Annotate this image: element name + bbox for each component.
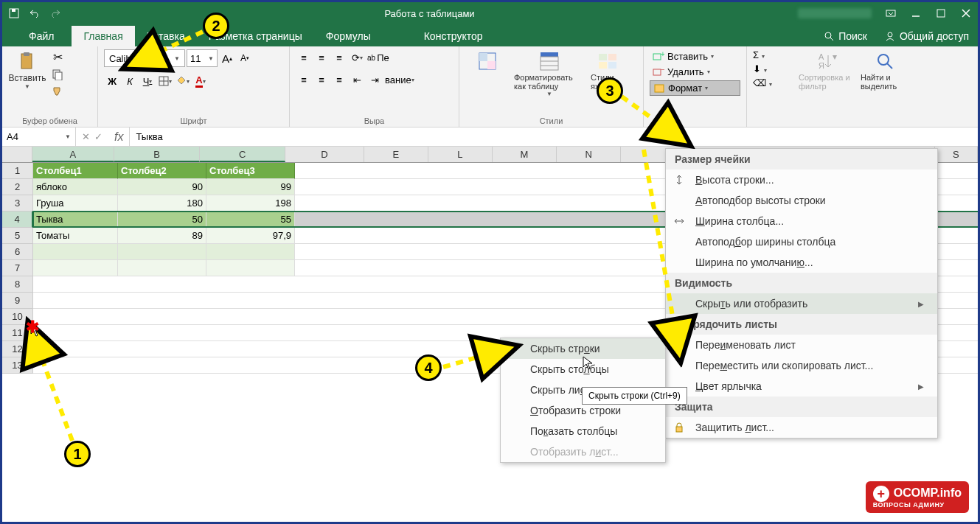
menu-autofit-col[interactable]: Автоподбор ширины столбца [666,231,937,252]
align-middle-icon[interactable]: ≡ [313,49,330,66]
grow-font-icon[interactable]: A▴ [219,50,235,66]
table-header-cell[interactable]: Столбец1 [33,163,118,179]
col-header[interactable]: M [493,147,557,162]
row-header[interactable]: 7 [2,260,33,276]
conditional-format-button[interactable] [465,49,510,74]
menu-default-width[interactable]: Ширина по умолчанию... [666,252,937,273]
table-cell[interactable]: Томаты [33,228,118,244]
fill-icon[interactable]: ⬇ ▾ [753,63,785,74]
close-icon[interactable] [960,7,972,19]
table-cell[interactable]: 97,9 [206,228,295,244]
col-header[interactable]: N [557,147,621,162]
row-header[interactable]: 6 [2,244,33,260]
sort-filter-button[interactable]: AЯ Сортировка и фильтр [797,49,856,92]
wrap-text-icon[interactable]: abПе [366,49,390,66]
autosum-icon[interactable]: Σ ▾ [753,49,785,60]
table-header-cell[interactable]: Столбец2 [118,163,206,179]
accept-formula-icon[interactable]: ✓ [94,131,102,142]
tab-design[interactable]: Конструктор [412,26,495,46]
fill-color-icon[interactable]: ▾ [175,73,191,89]
italic-button[interactable]: К [122,73,138,89]
font-color-icon[interactable]: A▾ [192,73,209,89]
menu-move-copy-sheet[interactable]: Переместить или скопировать лист... [666,355,937,376]
search-box[interactable]: Поиск [815,26,876,46]
table-cell[interactable]: 99 [206,179,295,195]
cancel-formula-icon[interactable]: ✕ [82,131,90,142]
table-cell[interactable]: Груша [33,195,118,212]
delete-cells-button[interactable]: −Удалить▾ [650,65,740,79]
col-header[interactable]: S [935,147,978,162]
find-select-button[interactable]: Найти и выделить [859,49,911,92]
col-header[interactable]: L [428,147,493,162]
formula-input[interactable]: Тыква [130,131,978,142]
row-header[interactable]: 4 [2,212,33,228]
insert-cells-button[interactable]: +Вставить▾ [650,49,740,63]
redo-icon[interactable] [49,7,61,19]
table-cell[interactable]: Тыква [33,212,118,228]
clear-icon[interactable]: ⌫ ▾ [753,77,785,88]
row-header[interactable]: 2 [2,179,33,195]
format-painter-icon[interactable] [49,85,66,99]
tab-home[interactable]: Главная [72,26,134,46]
paste-button[interactable]: Вставить ▼ [8,49,46,91]
format-as-table-button[interactable]: Форматировать как таблицу ▼ [512,49,586,99]
tab-file[interactable]: Файл [17,26,66,46]
maximize-icon[interactable] [935,7,947,19]
menu-hide-unhide[interactable]: Скрыть или отобразить▶ [666,293,937,314]
ribbon-options-icon[interactable] [885,7,897,19]
copy-icon[interactable] [49,67,66,82]
table-cell[interactable]: 180 [118,195,206,212]
name-box[interactable]: A4▼ [2,127,76,146]
col-header[interactable]: C [200,147,285,162]
row-header[interactable]: 5 [2,228,33,244]
row-header[interactable]: 11 [2,325,33,341]
menu-hide-cols[interactable]: Скрыть столбцы [501,359,665,380]
align-center-icon[interactable]: ≡ [313,71,330,88]
col-header[interactable]: B [114,147,200,162]
menu-hide-rows[interactable]: Скрыть строки [501,338,665,359]
tab-formulas[interactable]: Формулы [314,26,383,46]
align-right-icon[interactable]: ≡ [331,71,347,88]
align-bottom-icon[interactable]: ≡ [331,49,347,66]
menu-col-width[interactable]: Ширина столбца... [666,211,937,231]
tab-insert[interactable]: Вставка [135,26,197,46]
row-header[interactable]: 8 [2,276,33,293]
table-cell[interactable]: 50 [118,212,206,228]
increase-indent-icon[interactable]: ⇥ [366,71,383,88]
menu-show-sheet[interactable]: Отобразить лист... [501,441,665,462]
font-name-dropdown[interactable]: Calibri▼ [104,49,185,67]
select-all-corner[interactable] [2,147,32,162]
decrease-indent-icon[interactable]: ⇤ [349,71,365,88]
menu-rename-sheet[interactable]: Переименовать лист [666,335,937,355]
table-cell[interactable]: 198 [206,195,295,212]
shrink-font-icon[interactable]: A▾ [237,50,253,66]
row-header[interactable]: 12 [2,341,33,357]
undo-icon[interactable] [29,7,41,19]
menu-tab-color[interactable]: Цвет ярлычка▶ [666,376,937,397]
row-header[interactable]: 3 [2,195,33,212]
align-top-icon[interactable]: ≡ [296,49,312,66]
align-left-icon[interactable]: ≡ [296,71,312,88]
format-cells-button[interactable]: Формат▾ [650,80,740,96]
bold-button[interactable]: Ж [104,73,120,89]
cut-icon[interactable]: ✂ [49,49,66,64]
table-cell[interactable]: 55 [206,212,295,228]
row-header[interactable]: 9 [2,293,33,309]
font-size-dropdown[interactable]: 11▼ [187,49,218,67]
row-header[interactable]: 10 [2,309,33,325]
table-cell[interactable]: яблоко [33,179,118,195]
menu-protect-sheet[interactable]: Защитить лист... [666,417,937,438]
merge-icon[interactable]: вание▾ [384,71,415,88]
col-header[interactable]: E [364,147,428,162]
col-header[interactable]: A [32,147,114,162]
orientation-icon[interactable]: ⟳▾ [349,49,365,66]
menu-show-cols[interactable]: Показать столбцы [501,421,665,441]
fx-icon[interactable]: fx [108,127,130,146]
table-cell[interactable]: 89 [118,228,206,244]
minimize-icon[interactable] [910,7,922,19]
underline-button[interactable]: Ч▾ [139,73,156,89]
borders-icon[interactable]: ▾ [157,73,173,89]
table-cell[interactable]: 90 [118,179,206,195]
menu-autofit-row[interactable]: Автоподбор высоты строки [666,190,937,211]
menu-row-height[interactable]: Высота строки... [666,170,937,190]
